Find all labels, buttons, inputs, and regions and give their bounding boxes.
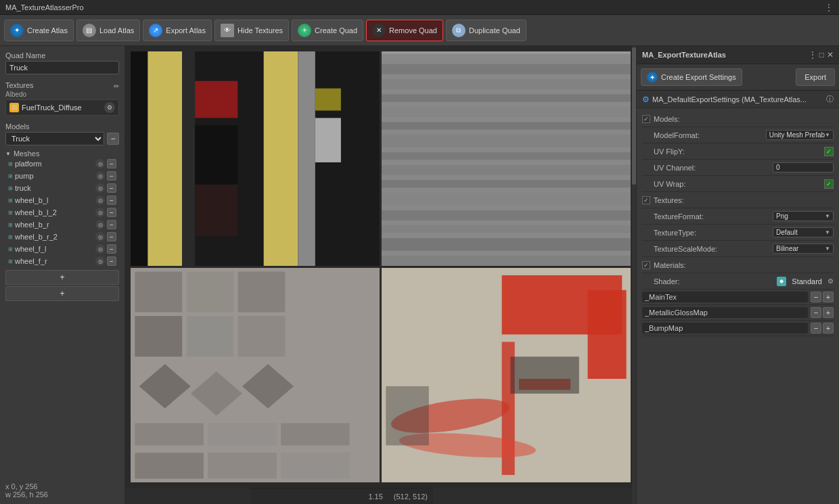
export-atlas-button[interactable]: ↗ Export Atlas [143, 20, 212, 41]
svg-rect-45 [281, 453, 350, 478]
title-bar: MA_TextureAtlasserPro ⋮ [0, 0, 839, 15]
add-model-button[interactable]: + [5, 286, 119, 301]
textures-checkbox[interactable]: ✓ [642, 196, 650, 204]
models-select[interactable]: Truck [5, 132, 104, 145]
mesh-item-truck: ⊞ truck ◎ − [5, 182, 119, 194]
mesh-remove-btn-platform[interactable]: − [107, 159, 116, 168]
mesh-eye-btn-truck[interactable]: ◎ [95, 183, 105, 193]
mesh-remove-btn-wheel-br[interactable]: − [107, 220, 116, 229]
mesh-eye-btn-wheel-br2[interactable]: ◎ [95, 232, 105, 242]
prop-uv-channel-row: UV Channel: 0 [642, 160, 834, 176]
create-atlas-button[interactable]: ✦ Create Atlas [4, 20, 74, 41]
models-prop-label: Models: [654, 115, 834, 123]
maintex-minus-btn[interactable]: − [811, 292, 821, 302]
mesh-eye-btn-pump[interactable]: ◎ [95, 171, 105, 181]
export-panel-close-icon[interactable]: ✕ [827, 50, 834, 60]
mesh-grid-icon-9: ⊞ [8, 258, 13, 265]
quad-name-input[interactable] [5, 61, 119, 74]
prop-texture-scale-row: TextureScaleMode: Bilinear ▼ [642, 241, 834, 257]
mesh-remove-btn-wheel-br2[interactable]: − [107, 232, 116, 242]
shader-value: Standard [792, 277, 822, 285]
svg-rect-16 [382, 64, 631, 74]
mesh-remove-btn-truck[interactable]: − [107, 183, 116, 193]
create-export-settings-button[interactable]: ✦ Create Export Settings [641, 68, 742, 86]
texture-type-dropdown[interactable]: Default ▼ [773, 227, 834, 237]
metallic-minus-btn[interactable]: − [811, 307, 821, 318]
mesh-remove-btn-wheel-bl[interactable]: − [107, 196, 116, 205]
shader-label: Shader: [654, 277, 777, 285]
mesh-eye-btn-wheel-br[interactable]: ◎ [95, 220, 105, 229]
mesh-eye-btn-platform[interactable]: ◎ [95, 159, 105, 168]
svg-rect-24 [382, 180, 631, 187]
mesh-remove-btn-wheel-fl[interactable]: − [107, 244, 116, 254]
export-settings-name-row: ⚙ MA_DefaultExportSettings (MA_TextureAt… [637, 91, 839, 108]
mesh-remove-btn-pump[interactable]: − [107, 171, 116, 181]
zoom-value: 1.15 [368, 492, 382, 501]
texture-format-dropdown[interactable]: Png ▼ [773, 211, 834, 221]
uv-channel-dropdown[interactable]: 0 [773, 162, 834, 173]
svg-rect-28 [382, 238, 631, 251]
bumpmap-plus-btn[interactable]: + [823, 323, 834, 334]
svg-rect-7 [238, 51, 264, 266]
textures-section: Textures ✏ Albedo 🖼 FuelTruck_Diffuse ⚙ [5, 81, 119, 116]
mesh-eye-btn-wheel-fl[interactable]: ◎ [95, 244, 105, 254]
uv-wrap-checkbox[interactable]: ✓ [824, 179, 834, 189]
svg-rect-33 [238, 271, 286, 312]
canvas-scrollbar-thumb [632, 47, 636, 185]
window-menu-dots[interactable]: ⋮ [824, 2, 834, 13]
remove-quad-button[interactable]: ✕ Remove Quad [366, 20, 443, 41]
duplicate-quad-button[interactable]: ⧉ Duplicate Quad [446, 20, 526, 41]
load-atlas-button[interactable]: ▤ Load Atlas [76, 20, 140, 41]
svg-rect-21 [382, 135, 631, 147]
materials-checkbox[interactable]: ✓ [642, 261, 650, 269]
shader-icon: ◆ [777, 277, 786, 286]
maintex-plus-btn[interactable]: + [823, 292, 834, 302]
canvas-scrollbar[interactable] [632, 46, 636, 504]
prop-texture-format-row: TextureFormat: Png ▼ [642, 208, 834, 225]
texture-scale-dropdown[interactable]: Bilinear ▼ [773, 244, 834, 254]
svg-rect-6 [195, 185, 237, 237]
texture-tile-2 [382, 51, 631, 266]
mesh-eye-btn-wheel-bl2[interactable]: ◎ [95, 208, 105, 217]
meshes-collapse-icon[interactable]: ▼ [5, 151, 11, 157]
model-format-dropdown[interactable]: Unity Mesh Prefab ▼ [766, 130, 834, 140]
texture-format-value: Png [776, 212, 788, 220]
export-settings-name: MA_DefaultExportSettings (MA_TextureAtla… [652, 95, 823, 104]
uv-flipy-checkbox[interactable]: ✓ [824, 147, 834, 156]
export-button[interactable]: Export [796, 68, 835, 86]
left-panel: Quad Name Textures ✏ Albedo 🖼 FuelTruck_… [0, 46, 125, 504]
mesh-remove-btn-wheel-fr[interactable]: − [107, 256, 116, 266]
add-mesh-button[interactable]: + [5, 270, 119, 285]
bumpmap-minus-btn[interactable]: − [811, 323, 821, 334]
settings-info-icon[interactable]: ⓘ [826, 94, 834, 104]
mesh-eye-btn-wheel-fr[interactable]: ◎ [95, 256, 105, 266]
models-section: Models Truck − ▼ Meshes ⊞ platform ◎ [5, 122, 119, 478]
models-checkbox[interactable]: ✓ [642, 115, 650, 123]
export-panel-maximize-icon[interactable]: □ [819, 50, 824, 60]
texture-scale-label: TextureScaleMode: [654, 245, 773, 253]
models-remove-btn[interactable]: − [107, 133, 119, 145]
texture-format-label: TextureFormat: [654, 212, 773, 221]
svg-rect-43 [135, 453, 204, 478]
mesh-grid-icon-5: ⊞ [8, 210, 13, 216]
export-panel-menu-icon[interactable]: ⋮ [809, 50, 817, 60]
meshes-header: ▼ Meshes [5, 150, 119, 158]
create-atlas-icon: ✦ [10, 24, 24, 37]
svg-rect-35 [186, 316, 233, 357]
shader-settings-icon[interactable]: ⚙ [827, 277, 834, 285]
texture-settings-btn[interactable]: ⚙ [104, 102, 115, 113]
svg-rect-3 [182, 51, 195, 266]
bumpmap-buttons: − + [811, 323, 834, 334]
metallic-plus-btn[interactable]: + [823, 307, 834, 318]
textures-label: Textures [5, 81, 34, 89]
models-select-row: Truck − [5, 132, 119, 145]
create-quad-button[interactable]: + Create Quad [292, 20, 363, 41]
mesh-remove-btn-wheel-bl2[interactable]: − [107, 208, 116, 217]
mesh-eye-btn-wheel-bl[interactable]: ◎ [95, 196, 105, 205]
cylinder-texture-svg [131, 51, 380, 266]
textures-edit-icon[interactable]: ✏ [114, 83, 119, 90]
red-shapes-texture-svg [382, 268, 631, 482]
hide-textures-button[interactable]: 👁 Hide Textures [214, 20, 289, 41]
svg-rect-29 [382, 256, 631, 266]
svg-rect-18 [382, 94, 631, 101]
